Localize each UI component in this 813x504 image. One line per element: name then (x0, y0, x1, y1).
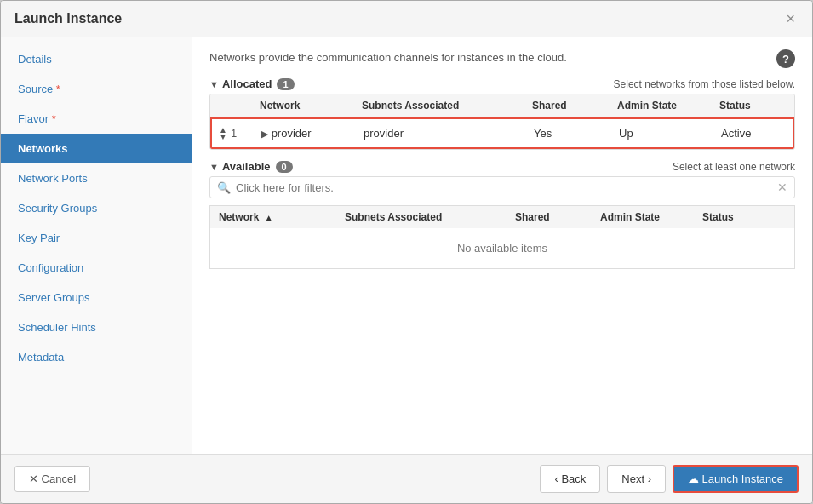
sidebar-item-details[interactable]: Details (1, 44, 192, 74)
no-items-message: No available items (457, 242, 547, 255)
sidebar-item-scheduler-hints[interactable]: Scheduler Hints (1, 312, 192, 342)
sidebar-item-key-pair[interactable]: Key Pair (1, 223, 192, 253)
cancel-button[interactable]: ✕ Cancel (14, 466, 90, 492)
available-table-header: Network ▲ Subnets Associated Shared Admi… (209, 205, 795, 228)
sidebar: Details Source * Flavor * Networks Netwo… (1, 37, 192, 454)
sidebar-item-configuration[interactable]: Configuration (1, 253, 192, 283)
row-order-num: 1 (231, 127, 237, 140)
launch-label: Launch Instance (702, 472, 783, 485)
available-hint: Select at least one network (673, 161, 795, 173)
modal-footer: ✕ Cancel ‹ Back Next › ☁ Launch Instance (1, 454, 812, 503)
row-expand: ▶ provider (255, 127, 357, 140)
avail-col-shared: Shared (508, 211, 593, 223)
help-icon[interactable]: ? (776, 49, 795, 68)
row-subnets: provider (357, 127, 527, 140)
avail-col-admin-state: Admin State (593, 211, 696, 223)
col-shared: Shared (525, 100, 610, 112)
footer-left: ✕ Cancel (14, 466, 90, 492)
avail-col-status: Status (696, 211, 781, 223)
available-section: ▼ Available 0 Select at least one networ… (209, 160, 795, 269)
launch-instance-modal: Launch Instance × Details Source * Flavo… (0, 0, 813, 504)
modal-header: Launch Instance × (1, 1, 812, 37)
filter-row: 🔍 ✕ (209, 176, 795, 198)
sidebar-item-security-groups[interactable]: Security Groups (1, 193, 192, 223)
available-chevron: ▼ (209, 162, 219, 172)
row-network-name: provider (272, 127, 312, 140)
next-button[interactable]: Next › (607, 465, 666, 493)
modal-body: Details Source * Flavor * Networks Netwo… (1, 37, 812, 454)
col-status: Status (713, 100, 795, 112)
available-section-header: ▼ Available 0 Select at least one networ… (209, 160, 795, 173)
avail-col-network: Network ▲ (210, 211, 338, 223)
allocated-count: 1 (277, 78, 294, 90)
footer-right: ‹ Back Next › ☁ Launch Instance (540, 465, 799, 493)
close-button[interactable]: × (782, 11, 799, 26)
col-network: Network (253, 100, 355, 112)
sidebar-item-flavor[interactable]: Flavor * (1, 104, 192, 134)
available-title: Available 0 (222, 160, 293, 173)
sidebar-item-metadata[interactable]: Metadata (1, 342, 192, 372)
col-subnets: Subnets Associated (355, 100, 525, 112)
allocated-table-row: ▲ ▼ 1 ▶ provider provider Yes Up Active (210, 117, 794, 149)
row-shared: Yes (527, 127, 612, 140)
row-admin-state: Up (612, 127, 714, 140)
sidebar-item-network-ports[interactable]: Network Ports (1, 163, 192, 193)
cloud-icon: ☁ (688, 472, 699, 485)
row-status: Active (714, 127, 795, 140)
allocated-chevron: ▼ (209, 79, 219, 89)
expand-icon[interactable]: ▶ (261, 129, 268, 139)
launch-instance-button[interactable]: ☁ Launch Instance (673, 465, 799, 493)
back-button[interactable]: ‹ Back (540, 465, 600, 493)
sidebar-item-server-groups[interactable]: Server Groups (1, 283, 192, 312)
filter-input[interactable] (236, 181, 777, 194)
intro-text: Networks provide the communication chann… (209, 51, 567, 64)
allocated-table: Network Subnets Associated Shared Admin … (209, 94, 795, 150)
sidebar-item-source[interactable]: Source * (1, 74, 192, 104)
allocated-table-header: Network Subnets Associated Shared Admin … (210, 94, 794, 117)
available-table-body: No available items (209, 228, 795, 269)
order-arrows: ▲ ▼ (219, 127, 227, 140)
filter-clear-icon[interactable]: ✕ (777, 180, 787, 194)
main-content: Networks provide the communication chann… (192, 37, 812, 454)
col-order (210, 100, 253, 112)
allocated-hint: Select networks from those listed below. (614, 78, 795, 90)
allocated-title: Allocated 1 (222, 77, 295, 90)
available-count: 0 (276, 161, 293, 173)
allocated-section-header: ▼ Allocated 1 Select networks from those… (209, 77, 795, 90)
search-icon: 🔍 (217, 181, 231, 194)
row-order: ▲ ▼ 1 (212, 127, 255, 140)
modal-title: Launch Instance (14, 11, 122, 26)
avail-col-subnets: Subnets Associated (338, 211, 508, 223)
col-admin-state: Admin State (610, 100, 713, 112)
sidebar-item-networks[interactable]: Networks (1, 134, 192, 163)
